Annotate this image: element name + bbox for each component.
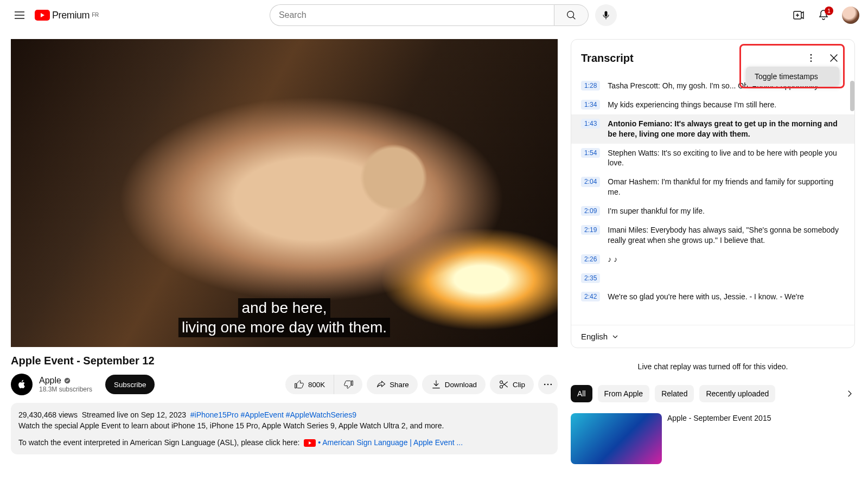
svg-point-8 [551,384,552,386]
transcript-more-button[interactable] [800,47,822,69]
transcript-menu-popup: Toggle timestamps [746,67,839,86]
transcript-language-label: English [581,332,608,341]
hamburger-menu-button[interactable] [9,4,30,26]
search-wrap [270,4,617,26]
description-box[interactable]: 29,430,468 views Streamed live on Sep 12… [11,403,558,454]
transcript-title: Transcript [581,52,634,65]
svg-rect-1 [604,11,607,17]
transcript-timestamp: 2:26 [581,254,600,264]
header: Premium FR 1 [0,0,868,30]
notifications-wrap: 1 [813,4,834,26]
transcript-timestamp: 2:42 [581,292,600,301]
filter-chip[interactable]: From Apple [598,385,650,402]
channel-name-row[interactable]: Apple [39,376,92,386]
svg-point-7 [547,384,549,386]
filter-chip[interactable]: All [571,385,592,402]
transcript-segment[interactable]: 2:26♪ ♪ [571,250,854,269]
content: and be here, living one more day with th… [0,30,868,488]
transcript-segment[interactable]: 2:35 [571,269,854,287]
thumbs-up-icon [294,379,305,390]
header-right: 1 [788,4,859,26]
scissors-icon [499,379,509,390]
create-button[interactable] [788,4,809,26]
transcript-close-button[interactable] [823,47,845,69]
share-button[interactable]: Share [367,375,418,394]
description-head: 29,430,468 views Streamed live on Sep 12… [18,409,550,420]
like-button[interactable]: 800K [285,375,334,394]
transcript-timestamp: 2:19 [581,225,600,235]
transcript-segment[interactable]: 2:04Omar Hashem: I'm thankful for my fri… [571,172,854,202]
transcript-timestamp: 2:04 [581,177,600,187]
video-player[interactable]: and be here, living one more day with th… [11,39,558,347]
transcript-text: ♪ ♪ [608,254,845,265]
subscribe-button[interactable]: Subscribe [105,375,155,394]
scrollbar-thumb[interactable] [850,81,854,111]
like-dislike-group: 800K [285,375,362,394]
search-button[interactable] [554,4,589,26]
country-code: FR [92,12,99,18]
header-center [99,4,788,26]
channel-info: Apple 18.3M subscribers [39,376,92,393]
transcript-text [608,273,845,283]
avatar[interactable] [842,7,859,24]
transcript-text: Stephen Watts: It's so exciting to live … [608,148,845,169]
related-thumbnail [571,413,662,464]
hamburger-icon [13,9,26,22]
related-video-item[interactable]: Apple - September Event 2015 [571,413,855,464]
caption-box: and be here, living one more day with th… [178,298,390,337]
close-icon [828,52,840,64]
clip-label: Clip [513,381,525,389]
voice-search-button[interactable] [595,4,617,26]
transcript-segment[interactable]: 2:42We're so glad you're here with us, J… [571,287,854,306]
thumbs-down-icon [343,379,354,390]
share-label: Share [390,381,409,389]
transcript-text: Antonio Femiano: It's always great to ge… [608,119,845,139]
hashtag-link[interactable]: #iPhone15Pro [190,410,239,419]
transcript-timestamp: 1:43 [581,119,600,129]
chevron-right-icon [845,389,854,399]
share-icon [375,379,386,390]
transcript-text: Omar Hashem: I'm thankful for my friends… [608,177,845,197]
search-input[interactable] [270,4,554,26]
search-icon [565,9,577,21]
transcript-text: Imani Miles: Everybody has always said, … [608,225,845,246]
view-count: 29,430,468 views [18,410,78,419]
toggle-timestamps-menu-item[interactable]: Toggle timestamps [746,67,839,86]
filter-chip[interactable]: Recently uploaded [699,385,775,402]
asl-link[interactable]: • American Sign Language | Apple Event .… [318,438,463,447]
svg-point-6 [544,384,546,386]
clip-button[interactable]: Clip [490,375,534,394]
hashtag-link[interactable]: #AppleWatchSeries9 [286,410,356,419]
youtube-premium-logo[interactable]: Premium FR [35,10,99,21]
microphone-icon [601,10,611,21]
transcript-language-select[interactable]: English [571,325,854,348]
secondary-column: Transcript Toggle timestamps 1:28Tasha P… [571,39,855,488]
logo-text: Premium [52,10,90,21]
verified-icon [63,377,71,384]
chevron-down-icon [611,332,620,341]
transcript-timestamp: 1:28 [581,81,600,91]
transcript-text: I'm super thankful for my life. [608,206,845,216]
filter-chip[interactable]: Related [655,385,694,402]
transcript-segment[interactable]: 1:34My kids experiencing things because … [571,95,854,114]
related-title: Apple - September Event 2015 [667,413,771,423]
dislike-button[interactable] [334,375,362,394]
transcript-segment[interactable]: 2:19Imani Miles: Everybody has always sa… [571,221,854,250]
caption-line-2: living one more day with them. [178,318,390,337]
caption-line-1: and be here, [238,298,330,318]
channel-avatar[interactable] [11,374,33,395]
more-actions-button[interactable] [538,375,558,394]
transcript-body[interactable]: 1:28Tasha Prescott: Oh, my gosh. I'm so.… [571,76,854,325]
primary-column: and be here, living one more day with th… [11,39,558,488]
asl-row: To watch the event interpreted in Americ… [18,437,550,448]
transcript-segment[interactable]: 1:54Stephen Watts: It's so exciting to l… [571,144,854,173]
hashtag-link[interactable]: #AppleEvent [240,410,283,419]
download-button[interactable]: Download [422,375,486,394]
transcript-segment[interactable]: 1:43Antonio Femiano: It's always great t… [571,114,854,144]
transcript-timestamp: 1:34 [581,100,600,110]
svg-point-4 [500,381,503,383]
meta-row: Apple 18.3M subscribers Subscribe 800K [11,374,558,395]
download-icon [431,379,442,390]
chips-scroll-right-button[interactable] [841,385,858,402]
transcript-segment[interactable]: 2:09I'm super thankful for my life. [571,202,854,221]
